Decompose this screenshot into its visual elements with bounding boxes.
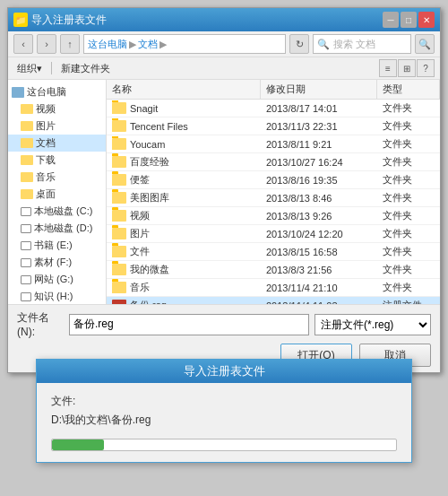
file-cell-date: 2013/8/13 8:46 bbox=[261, 191, 377, 205]
file-row[interactable]: 便签2013/8/16 19:35文件夹 bbox=[107, 171, 440, 189]
organize-button[interactable]: 组织▾ bbox=[13, 60, 46, 77]
new-folder-button[interactable]: 新建文件夹 bbox=[57, 60, 114, 77]
view-help-button[interactable]: ? bbox=[417, 59, 435, 77]
organize-toolbar: 组织▾ 新建文件夹 ≡ ⊞ ? bbox=[8, 57, 440, 80]
folder-icon bbox=[112, 174, 126, 186]
dialog-title: 导入注册表文件 bbox=[31, 13, 107, 28]
view-list-button[interactable]: ≡ bbox=[379, 59, 397, 77]
nav-tree: 这台电脑 视频 图片 文档 下载 音乐 bbox=[8, 80, 107, 304]
back-button[interactable]: ‹ bbox=[13, 34, 33, 54]
view-buttons: ≡ ⊞ ? bbox=[379, 59, 435, 77]
file-row[interactable]: Tencent Files2013/11/3 22:31文件夹 bbox=[107, 117, 440, 135]
file-row[interactable]: 视频2013/8/13 9:26文件夹 bbox=[107, 207, 440, 225]
toolbar-separator bbox=[51, 62, 52, 74]
folder-icon bbox=[112, 210, 126, 222]
file-cell-name: 美图图库 bbox=[107, 189, 261, 206]
tree-item-drive-d[interactable]: 本地磁盘 (D:) bbox=[8, 220, 106, 237]
search-box[interactable]: 🔍 搜索 文档 bbox=[313, 34, 411, 54]
tree-item-downloads[interactable]: 下载 bbox=[8, 152, 106, 169]
view-grid-button[interactable]: ⊞ bbox=[398, 59, 416, 77]
file-cell-name: R备份.reg bbox=[107, 297, 261, 304]
file-row[interactable]: Youcam2013/8/11 9:21文件夹 bbox=[107, 135, 440, 153]
filetype-select[interactable]: 注册文件(*.reg) bbox=[314, 314, 431, 335]
tree-label: 知识 (H:) bbox=[34, 290, 73, 303]
tree-label: 下载 bbox=[36, 153, 56, 167]
file-row[interactable]: Snagit2013/8/17 14:01文件夹 bbox=[107, 100, 440, 117]
file-cell-type: 文件夹 bbox=[377, 243, 440, 260]
tree-item-pc[interactable]: 这台电脑 bbox=[8, 83, 106, 100]
tree-label: 本地磁盘 (D:) bbox=[34, 222, 92, 235]
folder-icon bbox=[21, 172, 33, 182]
file-label: 文件: bbox=[51, 394, 397, 409]
tree-item-drive-f[interactable]: 素材 (F:) bbox=[8, 254, 106, 271]
file-cell-type: 文件夹 bbox=[377, 153, 440, 170]
tree-item-drive-h[interactable]: 知识 (H:) bbox=[8, 288, 106, 304]
col-header-date[interactable]: 修改日期 bbox=[261, 80, 377, 99]
tree-item-pictures[interactable]: 图片 bbox=[8, 117, 106, 135]
tree-item-desktop[interactable]: 桌面 bbox=[8, 186, 106, 203]
tree-item-drive-e[interactable]: 书籍 (E:) bbox=[8, 237, 106, 254]
file-cell-name: Tencent Files bbox=[107, 118, 261, 134]
file-cell-name: 文件 bbox=[107, 243, 261, 260]
up-button[interactable]: ↑ bbox=[60, 34, 80, 54]
tree-label: 书籍 (E:) bbox=[34, 239, 73, 252]
file-cell-name: 我的微盘 bbox=[107, 261, 261, 278]
tree-item-videos[interactable]: 视频 bbox=[8, 100, 106, 117]
file-name-text: 视频 bbox=[130, 209, 150, 222]
file-cell-name: Youcam bbox=[107, 136, 261, 152]
minimize-button[interactable]: ─ bbox=[383, 12, 399, 28]
file-cell-name: 百度经验 bbox=[107, 153, 261, 170]
file-cell-date: 2013/8/17 14:01 bbox=[261, 101, 377, 116]
file-cell-name: 视频 bbox=[107, 207, 261, 224]
file-row[interactable]: R备份.reg2013/11/4 11:03注册文件 bbox=[107, 297, 440, 304]
sep1: ▶ bbox=[129, 39, 136, 50]
folder-icon bbox=[112, 138, 126, 150]
filename-row: 文件名(N): 注册文件(*.reg) bbox=[17, 310, 431, 338]
tree-item-music[interactable]: 音乐 bbox=[8, 169, 106, 186]
folder-icon bbox=[112, 156, 126, 168]
file-cell-date: 2013/8/13 9:26 bbox=[261, 209, 377, 223]
progress-dialog-body: 文件: D:\我的文档\备份.reg bbox=[37, 383, 411, 462]
folder-icon bbox=[112, 246, 126, 257]
file-row[interactable]: 我的微盘2013/8/3 21:56文件夹 bbox=[107, 261, 440, 279]
tree-item-drive-c[interactable]: 本地磁盘 (C:) bbox=[8, 203, 106, 220]
file-cell-type: 注册文件 bbox=[377, 297, 440, 304]
file-row[interactable]: 文件2013/8/15 16:58文件夹 bbox=[107, 243, 440, 261]
forward-button[interactable]: › bbox=[37, 34, 56, 54]
titlebar-left: 📁 导入注册表文件 bbox=[13, 13, 107, 28]
tree-label: 图片 bbox=[36, 119, 56, 133]
file-row[interactable]: 音乐2013/11/4 21:10文件夹 bbox=[107, 279, 440, 297]
folder-icon bbox=[112, 102, 126, 114]
folder-icon bbox=[112, 264, 126, 275]
tree-label: 音乐 bbox=[36, 170, 56, 184]
file-cell-type: 文件夹 bbox=[377, 135, 440, 152]
dialog-body: 这台电脑 视频 图片 文档 下载 音乐 bbox=[8, 80, 440, 304]
file-name-text: Youcam bbox=[130, 139, 165, 150]
file-name-text: 便签 bbox=[130, 173, 150, 187]
import-progress-dialog: 导入注册表文件 文件: D:\我的文档\备份.reg bbox=[36, 359, 412, 463]
file-row[interactable]: 美图图库2013/8/13 8:46文件夹 bbox=[107, 189, 440, 207]
folder-icon bbox=[112, 282, 126, 293]
file-name-text: 音乐 bbox=[130, 281, 150, 294]
tree-label: 素材 (F:) bbox=[34, 256, 72, 269]
tree-item-drive-g[interactable]: 网站 (G:) bbox=[8, 271, 106, 288]
sep2: ▶ bbox=[159, 39, 167, 50]
search-button[interactable]: 🔍 bbox=[415, 34, 435, 54]
breadcrumb[interactable]: 这台电脑 ▶ 文档 ▶ bbox=[83, 34, 286, 54]
col-header-type[interactable]: 类型 bbox=[377, 80, 440, 99]
close-button[interactable]: ✕ bbox=[418, 12, 435, 28]
maximize-button[interactable]: □ bbox=[401, 12, 417, 28]
tree-label: 本地磁盘 (C:) bbox=[34, 204, 92, 218]
refresh-button[interactable]: ↻ bbox=[289, 34, 309, 54]
tree-label: 桌面 bbox=[36, 187, 56, 201]
file-row[interactable]: 百度经验2013/10/27 16:24文件夹 bbox=[107, 153, 440, 171]
tree-item-documents[interactable]: 文档 bbox=[8, 135, 106, 152]
file-cell-date: 2013/8/16 19:35 bbox=[261, 173, 377, 187]
file-cell-date: 2013/8/3 21:56 bbox=[261, 263, 377, 277]
drive-icon bbox=[21, 275, 31, 284]
file-name-text: 百度经验 bbox=[130, 155, 169, 169]
col-header-name[interactable]: 名称 bbox=[107, 80, 261, 99]
tree-label: 这台电脑 bbox=[27, 85, 66, 99]
file-row[interactable]: 图片2013/10/24 12:20文件夹 bbox=[107, 225, 440, 243]
filename-input[interactable] bbox=[69, 314, 309, 335]
